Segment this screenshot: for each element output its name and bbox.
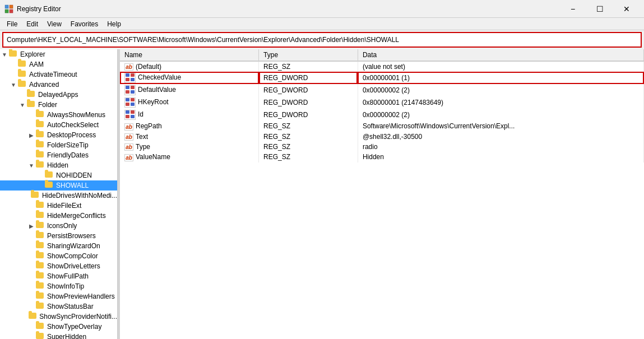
- cell-type: REG_DWORD: [259, 72, 358, 84]
- menu-view[interactable]: View: [43, 19, 66, 29]
- folder-icon: [18, 71, 26, 78]
- tree-item-aam[interactable]: AAM: [0, 59, 117, 69]
- tree-item-superhidden[interactable]: SuperHidden: [0, 332, 117, 339]
- tree-item-advanced[interactable]: ▼Advanced: [0, 80, 117, 90]
- tree-item-label: AutoCheckSelect: [47, 121, 99, 129]
- folder-icon: [36, 131, 44, 139]
- tree-item-showtypeoverlay[interactable]: ShowTypeOverlay: [0, 322, 117, 332]
- tree-item-persistbrowsers[interactable]: PersistBrowsers: [0, 231, 117, 241]
- col-name[interactable]: Name: [120, 49, 259, 61]
- folder-icon: [36, 232, 44, 240]
- svg-rect-18: [126, 115, 129, 118]
- tree-item-label: ShowSyncProviderNotifi...: [39, 313, 117, 321]
- cell-name: HKeyRoot: [120, 96, 259, 109]
- tree-item-folder[interactable]: ▼Folder: [0, 100, 117, 110]
- tree-item-showfullpath[interactable]: ShowFullPath: [0, 271, 117, 281]
- tree-item-showcompcolor[interactable]: ShowCompColor: [0, 251, 117, 261]
- tree-item-label: FriendlyDates: [47, 151, 89, 159]
- folder-icon: [45, 182, 53, 189]
- tree-item-friendlydates[interactable]: FriendlyDates: [0, 150, 117, 160]
- expander-icon[interactable]: ▼: [0, 52, 9, 58]
- tree-item-showpreviewhandlers[interactable]: ShowPreviewHandlers: [0, 291, 117, 301]
- tree-item-showstatusbar[interactable]: ShowStatusBar: [0, 301, 117, 312]
- col-type[interactable]: Type: [259, 49, 358, 61]
- folder-icon: [29, 313, 36, 321]
- tree-item-label: SHOWALL: [56, 182, 89, 189]
- maximize-button[interactable]: ☐: [587, 0, 613, 18]
- table-row[interactable]: HKeyRootREG_DWORD0x80000001 (2147483649): [120, 96, 644, 109]
- tree-panel[interactable]: ▼ExplorerAAMActivateTimeout▼AdvancedDela…: [0, 49, 118, 339]
- svg-rect-3: [10, 10, 13, 13]
- cell-type: REG_SZ: [259, 121, 358, 131]
- expander-icon[interactable]: ▶: [27, 223, 36, 229]
- folder-icon: [36, 151, 44, 159]
- folder-icon: [36, 262, 44, 270]
- cell-name: DefaultValue: [120, 84, 259, 96]
- tree-item-hidefileext[interactable]: HideFileExt: [0, 201, 117, 211]
- table-row[interactable]: abValueNameREG_SZHidden: [120, 152, 644, 162]
- folder-icon: [36, 161, 44, 169]
- cell-data: (value not set): [358, 61, 643, 72]
- expander-icon[interactable]: ▼: [18, 102, 27, 108]
- tree-item-explorer[interactable]: ▼Explorer: [0, 49, 117, 59]
- cell-name: abRegPath: [120, 121, 259, 131]
- menu-file[interactable]: File: [2, 19, 22, 29]
- table-row[interactable]: abTextREG_SZ@shell32.dll,-30500: [120, 132, 644, 142]
- expander-icon[interactable]: ▶: [27, 132, 36, 138]
- svg-rect-15: [131, 103, 135, 106]
- cell-name: abValueName: [120, 152, 259, 162]
- tree-item-label: ShowStatusBar: [47, 303, 94, 310]
- tree-item-showall[interactable]: SHOWALL: [0, 180, 117, 191]
- tree-item-showsyncprovidernotifi[interactable]: ShowSyncProviderNotifi...: [0, 312, 117, 322]
- tree-item-sharingwizardon[interactable]: SharingWizardOn: [0, 241, 117, 251]
- tree-item-showinfotip[interactable]: ShowInfoTip: [0, 281, 117, 291]
- table-row[interactable]: DefaultValueREG_DWORD0x00000002 (2): [120, 84, 644, 96]
- tree-item-label: ShowInfoTip: [47, 282, 84, 290]
- title-bar-controls: − ☐ ✕: [560, 0, 640, 18]
- table-row[interactable]: CheckedValueREG_DWORD0x00000001 (1): [120, 72, 644, 84]
- expander-icon[interactable]: ▼: [27, 162, 36, 169]
- menu-help[interactable]: Help: [103, 19, 126, 29]
- tree-item-desktopprocess[interactable]: ▶DesktopProcess: [0, 130, 117, 140]
- tree-item-hidemergeconflicts[interactable]: HideMergeConflicts: [0, 211, 117, 221]
- tree-item-hidden[interactable]: ▼Hidden: [0, 160, 117, 170]
- menu-favorites[interactable]: Favorites: [66, 19, 103, 29]
- svg-rect-19: [131, 115, 135, 118]
- cell-type: REG_DWORD: [259, 109, 358, 121]
- svg-rect-2: [5, 10, 8, 13]
- tree-item-delayedapps[interactable]: DelayedApps: [0, 90, 117, 100]
- table-row[interactable]: IdREG_DWORD0x00000002 (2): [120, 109, 644, 121]
- close-button[interactable]: ✕: [614, 0, 640, 18]
- svg-rect-1: [10, 5, 13, 8]
- folder-icon: [36, 303, 44, 310]
- tree-item-hidedriveswithnomedia[interactable]: HideDrivesWithNoMedi...: [0, 191, 117, 201]
- svg-rect-6: [126, 78, 129, 81]
- table-row[interactable]: abRegPathREG_SZSoftware\Microsoft\Window…: [120, 121, 644, 131]
- tree-item-iconsonly[interactable]: ▶IconsOnly: [0, 221, 117, 231]
- cell-name: abType: [120, 142, 259, 152]
- entry-name: ValueName: [136, 153, 170, 161]
- svg-rect-9: [131, 86, 135, 89]
- tree-item-label: HideDrivesWithNoMedi...: [42, 192, 117, 199]
- menu-edit[interactable]: Edit: [22, 19, 43, 29]
- cell-name: CheckedValue: [120, 72, 259, 84]
- data-panel[interactable]: Name Type Data ab(Default)REG_SZ(value n…: [120, 49, 644, 339]
- cell-data: 0x80000001 (2147483649): [358, 96, 643, 109]
- table-row[interactable]: abTypeREG_SZradio: [120, 142, 644, 152]
- address-bar[interactable]: Computer\HKEY_LOCAL_MACHINE\SOFTWARE\Mic…: [2, 32, 642, 48]
- tree-item-label: DesktopProcess: [47, 131, 96, 139]
- tree-item-autocheckselect[interactable]: AutoCheckSelect: [0, 120, 117, 130]
- tree-item-showdriveletters[interactable]: ShowDriveLetters: [0, 261, 117, 271]
- tree-item-foldersizetip[interactable]: FolderSizeTip: [0, 140, 117, 150]
- cell-name: Id: [120, 109, 259, 121]
- minimize-button[interactable]: −: [560, 0, 586, 18]
- tree-item-alwaysshowmenus[interactable]: AlwaysShowMenus: [0, 110, 117, 120]
- cell-data: 0x00000001 (1): [358, 72, 643, 84]
- col-data[interactable]: Data: [358, 49, 643, 61]
- tree-item-nohidden[interactable]: NOHIDDEN: [0, 170, 117, 180]
- title-bar: Registry Editor − ☐ ✕: [0, 0, 644, 18]
- table-row[interactable]: ab(Default)REG_SZ(value not set): [120, 61, 644, 72]
- expander-icon[interactable]: ▼: [9, 82, 18, 88]
- tree-item-activatetimeout[interactable]: ActivateTimeout: [0, 69, 117, 80]
- menu-bar: File Edit View Favorites Help: [0, 18, 644, 30]
